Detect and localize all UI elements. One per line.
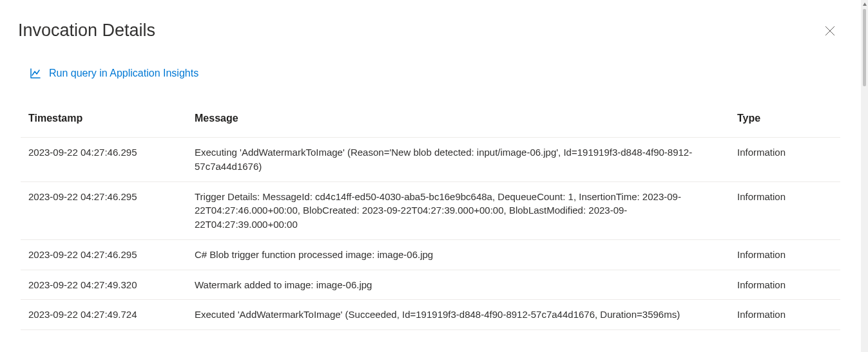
cell-type: Information [729,270,840,300]
col-header-timestamp[interactable]: Timestamp [21,113,187,138]
cell-timestamp: 2023-09-22 04:27:46.295 [21,138,187,182]
cell-message: Watermark added to image: image-06.jpg [187,270,729,300]
cell-type: Information [729,239,840,270]
scrollbar-up-arrow-icon [863,3,867,6]
cell-type: Information [729,181,840,239]
close-button[interactable] [821,22,839,40]
invocation-details-panel: Invocation Details Run query in Applicat… [0,0,861,330]
table-row: 2023-09-22 04:27:46.295 Trigger Details:… [21,181,840,239]
close-icon [825,26,835,36]
table-row: 2023-09-22 04:27:49.724 Executed 'AddWat… [21,300,840,330]
cell-message: Executing 'AddWatermarkToImage' (Reason=… [187,138,729,182]
cell-message: Executed 'AddWatermarkToImage' (Succeede… [187,300,729,330]
line-chart-icon [30,68,41,79]
cell-timestamp: 2023-09-22 04:27:46.295 [21,181,187,239]
run-query-link-label: Run query in Application Insights [49,68,198,79]
page-title: Invocation Details [18,21,155,41]
cell-timestamp: 2023-09-22 04:27:49.724 [21,300,187,330]
cell-type: Information [729,300,840,330]
scrollbar-thumb[interactable] [863,9,866,86]
cell-message: C# Blob trigger function processed image… [187,239,729,270]
cell-timestamp: 2023-09-22 04:27:46.295 [21,239,187,270]
cell-timestamp: 2023-09-22 04:27:49.320 [21,270,187,300]
log-table: Timestamp Message Type 2023-09-22 04:27:… [21,113,840,330]
table-header-row: Timestamp Message Type [21,113,840,138]
table-row: 2023-09-22 04:27:49.320 Watermark added … [21,270,840,300]
header-row: Invocation Details [18,21,843,41]
col-header-type[interactable]: Type [729,113,840,138]
run-query-link[interactable]: Run query in Application Insights [30,68,198,79]
scrollbar-track[interactable] [861,0,868,352]
cell-message: Trigger Details: MessageId: cd4c14ff-ed5… [187,181,729,239]
table-row: 2023-09-22 04:27:46.295 Executing 'AddWa… [21,138,840,182]
cell-type: Information [729,138,840,182]
table-row: 2023-09-22 04:27:46.295 C# Blob trigger … [21,239,840,270]
col-header-message[interactable]: Message [187,113,729,138]
